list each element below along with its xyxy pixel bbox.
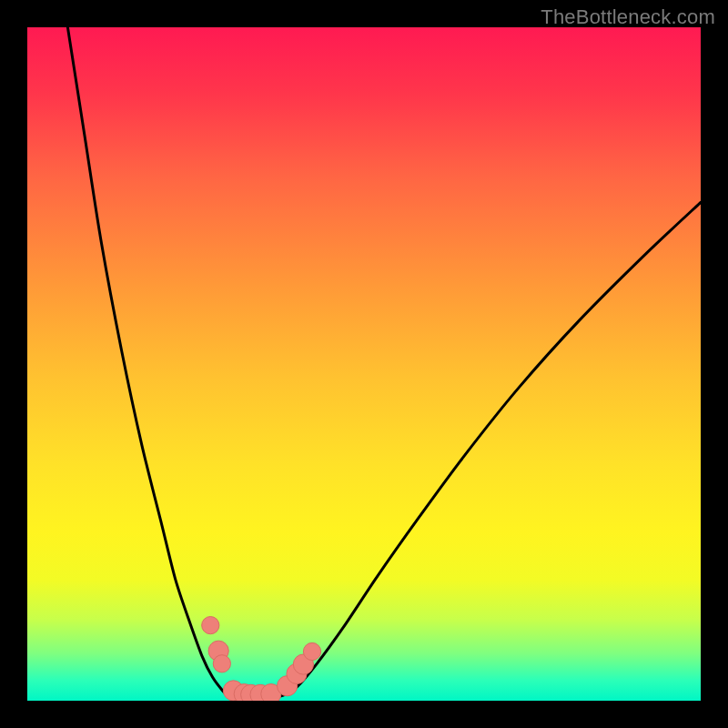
chart-frame: TheBottleneck.com	[0, 0, 728, 728]
plot-area	[27, 27, 701, 701]
data-marker	[213, 655, 230, 672]
data-marker	[303, 642, 320, 660]
data-marker	[202, 617, 219, 634]
curves-layer	[27, 27, 701, 701]
bottleneck-curve	[67, 27, 701, 699]
watermark-text: TheBottleneck.com	[541, 5, 715, 29]
curve-group	[67, 27, 701, 699]
